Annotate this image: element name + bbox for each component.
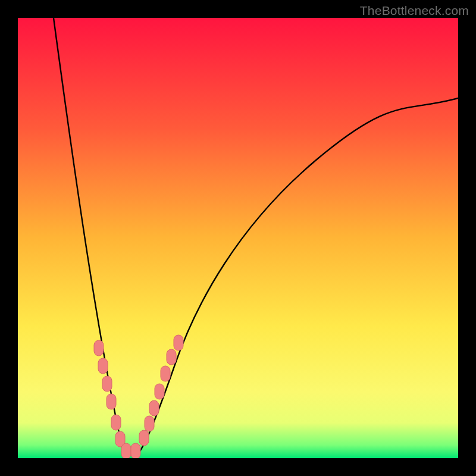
marker-group — [94, 335, 183, 458]
data-marker — [161, 366, 170, 381]
data-marker — [155, 384, 164, 399]
data-marker — [107, 394, 116, 409]
data-marker — [111, 415, 121, 430]
data-marker — [174, 335, 183, 350]
data-marker — [121, 443, 131, 458]
data-marker — [145, 416, 154, 431]
chart-plot-area — [18, 18, 458, 458]
curve-left — [54, 18, 133, 458]
data-marker — [94, 340, 104, 356]
watermark-text: TheBottleneck.com — [360, 4, 469, 18]
data-marker — [139, 430, 149, 446]
data-marker — [167, 349, 176, 365]
data-marker — [149, 400, 159, 416]
data-marker — [131, 443, 140, 458]
data-marker — [98, 358, 108, 374]
data-marker — [102, 376, 112, 392]
curve-right — [134, 98, 458, 458]
chart-svg — [18, 18, 458, 458]
